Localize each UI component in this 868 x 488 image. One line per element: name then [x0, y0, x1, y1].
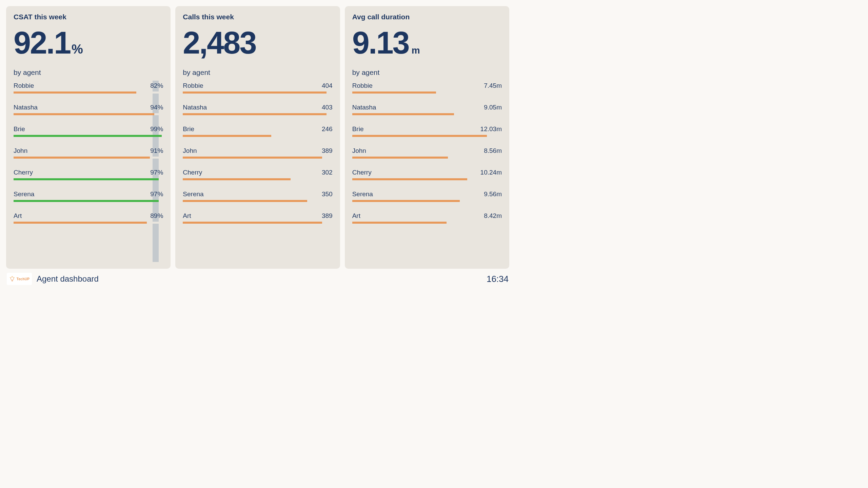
bar-fill — [183, 200, 307, 202]
agent-row: Robbie404 — [183, 82, 332, 94]
agent-value: 8.56m — [484, 147, 502, 155]
agent-row-header: Art8.42m — [352, 212, 502, 220]
agent-value: 9.56m — [484, 190, 502, 198]
bar-track — [14, 113, 163, 115]
bar-fill — [183, 222, 322, 224]
bar-track — [183, 200, 332, 202]
bar-track — [14, 135, 163, 137]
agent-value: 89% — [150, 212, 163, 220]
bar-track — [183, 92, 332, 94]
agent-value: 82% — [150, 82, 163, 89]
agent-row: John91% — [14, 147, 163, 159]
clock: 16:34 — [487, 274, 509, 284]
agent-name: Robbie — [183, 82, 203, 89]
bar-fill — [14, 178, 159, 180]
headline-suffix: m — [412, 46, 420, 55]
agent-name: Natasha — [14, 104, 38, 111]
agent-row: Cherry302 — [183, 169, 332, 180]
metric-card: Calls this week2,483by agentRobbie404Nat… — [175, 6, 340, 269]
agent-row-header: Robbie7.45m — [352, 82, 502, 89]
bar-track — [183, 157, 332, 159]
agent-row-header: Art389 — [183, 212, 332, 220]
bar-track — [14, 200, 163, 202]
agent-value: 302 — [322, 169, 333, 176]
headline-number: 2,483 — [183, 27, 332, 58]
card-title: Calls this week — [183, 13, 332, 21]
footer-bar: TechUP Agent dashboard 16:34 — [0, 269, 515, 290]
agent-value: 10.24m — [480, 169, 502, 176]
agent-name: John — [352, 147, 366, 155]
bar-fill — [352, 135, 487, 137]
agent-row-header: Brie99% — [14, 125, 163, 133]
agent-row: Natasha9.05m — [352, 104, 502, 115]
agent-value: 7.45m — [484, 82, 502, 89]
agent-name: Natasha — [352, 104, 376, 111]
bar-track — [352, 200, 502, 202]
agent-value: 246 — [322, 125, 333, 133]
bar-fill — [183, 178, 291, 180]
bar-track — [14, 157, 163, 159]
agent-name: Cherry — [183, 169, 202, 176]
agent-row: John8.56m — [352, 147, 502, 159]
bar-fill — [183, 157, 322, 159]
bar-track — [352, 222, 502, 224]
bar-fill — [183, 135, 271, 137]
agent-row-header: Robbie82% — [14, 82, 163, 89]
agent-row-header: Serena97% — [14, 190, 163, 198]
brand-logo: TechUP — [7, 273, 32, 285]
agent-name: Cherry — [352, 169, 372, 176]
agent-row-header: Serena350 — [183, 190, 332, 198]
agent-row: Serena97% — [14, 190, 163, 202]
agent-name: Art — [14, 212, 22, 220]
headline-value: 92.1 — [14, 27, 70, 58]
agent-row-header: Serena9.56m — [352, 190, 502, 198]
agent-name: Art — [183, 212, 191, 220]
svg-point-0 — [11, 277, 14, 280]
bar-fill — [14, 222, 147, 224]
agent-value: 404 — [322, 82, 333, 89]
agent-row: Robbie82% — [14, 82, 163, 94]
agent-name: Serena — [352, 190, 373, 198]
bar-track — [14, 222, 163, 224]
agent-row-header: Cherry10.24m — [352, 169, 502, 176]
page-title: Agent dashboard — [37, 274, 99, 284]
agent-row: John389 — [183, 147, 332, 159]
agent-value: 8.42m — [484, 212, 502, 220]
agent-name: Robbie — [352, 82, 373, 89]
bar-track — [183, 135, 332, 137]
agent-row-header: John389 — [183, 147, 332, 155]
headline-number: 92.1% — [14, 27, 163, 58]
bar-fill — [352, 157, 448, 159]
metric-card: CSAT this week92.1%by agentRobbie82%Nata… — [6, 6, 171, 269]
agent-row: Brie12.03m — [352, 125, 502, 137]
bar-track — [352, 113, 502, 115]
headline-value: 2,483 — [183, 27, 256, 58]
bar-track — [352, 92, 502, 94]
bar-fill — [352, 200, 460, 202]
agent-name: Natasha — [183, 104, 207, 111]
agent-name: Serena — [183, 190, 203, 198]
agent-name: Art — [352, 212, 360, 220]
agent-value: 94% — [150, 104, 163, 111]
agent-row-header: Brie246 — [183, 125, 332, 133]
agent-value: 99% — [150, 125, 163, 133]
agent-row-header: Natasha9.05m — [352, 104, 502, 111]
agent-rows: Robbie404Natasha403Brie246John389Cherry3… — [183, 82, 332, 261]
subheading: by agent — [14, 68, 163, 77]
agent-row-header: Robbie404 — [183, 82, 332, 89]
agent-rows: Robbie7.45mNatasha9.05mBrie12.03mJohn8.5… — [352, 82, 502, 261]
agent-value: 389 — [322, 147, 333, 155]
agent-value: 12.03m — [480, 125, 502, 133]
bar-fill — [183, 113, 327, 115]
agent-row: Natasha403 — [183, 104, 332, 115]
agent-row: Robbie7.45m — [352, 82, 502, 94]
headline-value: 9.13 — [352, 27, 409, 58]
bar-fill — [352, 92, 436, 94]
bar-track — [14, 178, 163, 180]
agent-row: Art89% — [14, 212, 163, 224]
agent-name: Serena — [14, 190, 34, 198]
brand-name: TechUP — [17, 277, 29, 281]
agent-value: 91% — [150, 147, 163, 155]
subheading: by agent — [352, 68, 502, 77]
bar-fill — [352, 178, 468, 180]
